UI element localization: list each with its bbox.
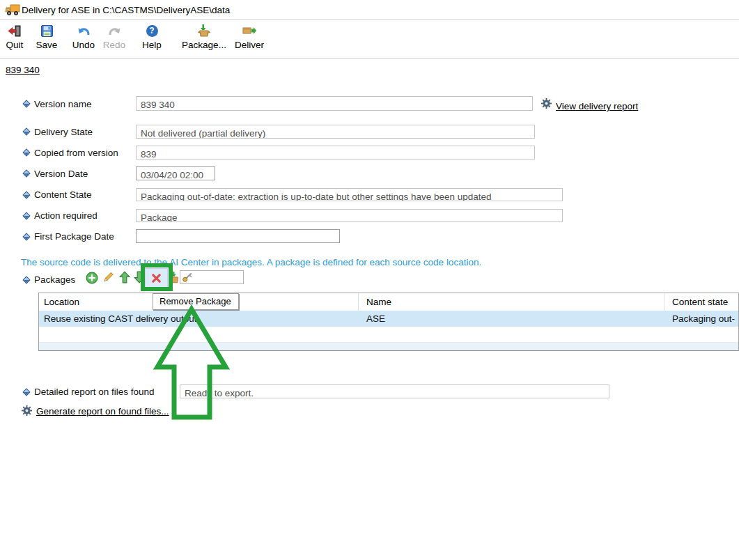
annotation-highlight-rectangle bbox=[141, 263, 173, 291]
bullet-diamond-icon bbox=[22, 169, 30, 177]
version-name-label: Version name bbox=[34, 99, 92, 109]
detailed-report-field: Ready to export. bbox=[180, 384, 609, 398]
table-empty-row bbox=[39, 327, 738, 343]
packages-label: Packages bbox=[34, 274, 75, 285]
annotation-up-arrow bbox=[150, 305, 237, 422]
view-report-gear-icon bbox=[541, 98, 552, 109]
delivery-state-label: Delivery State bbox=[34, 127, 93, 137]
column-header-location[interactable]: Location bbox=[44, 297, 79, 307]
delivery-window: Delivery for ASE in C:\CASTMS\DeliveryAS… bbox=[0, 0, 739, 560]
cell-content-state: Packaging out- bbox=[672, 313, 735, 324]
bullet-diamond-icon bbox=[22, 388, 30, 396]
exit-door-icon bbox=[0, 23, 29, 38]
delivery-truck-icon bbox=[5, 3, 20, 16]
add-package-icon[interactable] bbox=[86, 272, 98, 284]
generate-report-gear-icon bbox=[22, 405, 32, 416]
copied-from-version-label: Copied from version bbox=[34, 148, 118, 158]
window-title: Delivery for ASE in C:\CASTMS\DeliveryAS… bbox=[22, 5, 230, 15]
packages-table: Location Name Content state Reuse existi… bbox=[38, 293, 739, 351]
column-header-content-state[interactable]: Content state bbox=[672, 297, 728, 307]
cell-name: ASE bbox=[366, 313, 385, 324]
bullet-diamond-icon bbox=[22, 212, 30, 219]
quit-button[interactable]: Quit bbox=[0, 23, 29, 55]
packages-filter-input[interactable] bbox=[180, 270, 244, 284]
column-header-name[interactable]: Name bbox=[366, 297, 391, 307]
move-up-icon[interactable] bbox=[118, 271, 131, 283]
content-state-field: Packaging out-of-date: extraction is up-… bbox=[136, 188, 563, 201]
help-button[interactable]: ? Help bbox=[135, 23, 169, 55]
package-button[interactable]: Package... bbox=[180, 23, 228, 55]
version-date-label: Version Date bbox=[34, 169, 88, 179]
version-date-field[interactable]: 03/04/20 02:00 bbox=[136, 166, 215, 180]
title-bar: Delivery for ASE in C:\CASTMS\DeliveryAS… bbox=[0, 0, 739, 20]
floppy-disk-icon bbox=[31, 23, 62, 38]
bullet-diamond-icon bbox=[22, 276, 30, 283]
version-name-field[interactable]: 839 340 bbox=[136, 96, 533, 111]
save-label: Save bbox=[31, 40, 62, 50]
detailed-report-label: Detailed report on files found bbox=[34, 387, 155, 397]
table-header-row: Location Name Content state bbox=[39, 293, 738, 311]
edit-package-icon[interactable] bbox=[102, 271, 114, 283]
bullet-diamond-icon bbox=[22, 233, 30, 240]
redo-button: Redo bbox=[98, 23, 131, 55]
content-state-label: Content State bbox=[34, 189, 92, 200]
view-delivery-report-link[interactable]: View delivery report bbox=[556, 101, 638, 111]
undo-label: Undo bbox=[67, 40, 100, 50]
bullet-diamond-icon bbox=[22, 127, 30, 135]
toolbar-separator bbox=[0, 58, 739, 59]
first-package-date-field[interactable] bbox=[136, 229, 340, 243]
undo-arrow-icon bbox=[67, 23, 100, 38]
action-required-field: Package bbox=[136, 209, 563, 222]
deliver-label: Deliver bbox=[230, 40, 269, 50]
redo-label: Redo bbox=[98, 40, 131, 50]
undo-button[interactable]: Undo bbox=[67, 23, 100, 55]
version-heading-link[interactable]: 839 340 bbox=[6, 65, 40, 75]
table-horizontal-scrollbar[interactable] bbox=[39, 343, 738, 350]
bullet-diamond-icon bbox=[22, 191, 30, 199]
table-row-selected[interactable]: Reuse existing CAST delivery output ASE … bbox=[39, 311, 738, 327]
bullet-diamond-icon bbox=[22, 100, 30, 107]
help-question-icon: ? bbox=[135, 23, 169, 38]
bullet-diamond-icon bbox=[22, 148, 30, 156]
save-button[interactable]: Save bbox=[31, 23, 62, 55]
help-label: Help bbox=[135, 40, 169, 50]
package-import-icon bbox=[180, 23, 228, 38]
package-deliver-icon bbox=[230, 23, 269, 38]
action-required-label: Action required bbox=[34, 210, 98, 221]
packages-info-text: The source code is delivered to the AI C… bbox=[21, 257, 481, 267]
redo-arrow-icon bbox=[98, 23, 131, 38]
first-package-date-label: First Package Date bbox=[34, 231, 114, 242]
delivery-state-field: Not delivered (partial delivery) bbox=[136, 125, 535, 139]
copied-from-version-field: 839 bbox=[136, 146, 535, 160]
package-label: Package... bbox=[180, 40, 228, 50]
quit-label: Quit bbox=[0, 40, 29, 50]
deliver-button[interactable]: Deliver bbox=[230, 23, 269, 55]
